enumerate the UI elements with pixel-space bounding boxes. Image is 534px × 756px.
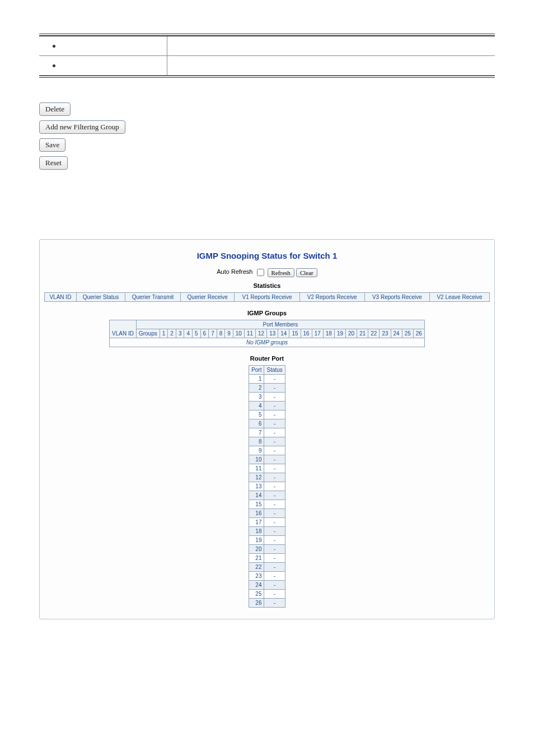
router-port-cell: 6 [249, 419, 264, 428]
port-col: 10 [233, 329, 244, 338]
table-row: 15- [249, 500, 285, 509]
router-port-table: Port Status 1-2-3-4-5-6-7-8-9-10-11-12-1… [249, 365, 285, 608]
auto-refresh-checkbox[interactable] [257, 269, 264, 276]
table-row: 3- [249, 393, 285, 402]
table-header-row: VLAN IDQuerier StatusQuerier TransmitQue… [45, 293, 490, 302]
router-port-cell: 24 [249, 581, 264, 590]
table-row: 26- [249, 599, 285, 608]
router-status-cell: - [264, 402, 285, 410]
panel-controls: Auto Refresh Refresh Clear [44, 267, 490, 278]
stats-col: V3 Reports Receive [364, 293, 429, 302]
igmp-groups-heading: IGMP Groups [44, 310, 490, 316]
router-status-cell: - [264, 581, 285, 590]
table-row [39, 56, 495, 76]
port-col: 25 [402, 329, 413, 338]
router-port-cell: 9 [249, 446, 264, 455]
vlan-id-header: VLAN ID [110, 320, 137, 338]
table-row: 23- [249, 572, 285, 581]
table-row: 1- [249, 375, 285, 384]
bullet-icon [53, 64, 55, 67]
port-col: 16 [301, 329, 312, 338]
ports-header-row: Groups1234567891011121314151617181920212… [110, 329, 425, 338]
table-row: 25- [249, 590, 285, 599]
delete-button[interactable]: Delete [39, 102, 71, 116]
router-status-cell: - [264, 572, 285, 581]
port-col: 22 [368, 329, 380, 338]
port-col: 17 [312, 329, 323, 338]
router-status-cell: - [264, 446, 285, 455]
save-button[interactable]: Save [39, 138, 65, 152]
router-port-cell: 10 [249, 455, 264, 464]
port-col: 21 [357, 329, 368, 338]
add-filtering-group-button[interactable]: Add new Filtering Group [39, 120, 125, 134]
clear-button[interactable]: Clear [296, 268, 317, 277]
stats-col: Querier Status [76, 293, 125, 302]
table-row: 13- [249, 482, 285, 491]
router-port-col: Port [249, 366, 264, 375]
router-status-cell: - [264, 563, 285, 572]
refresh-button[interactable]: Refresh [268, 268, 294, 277]
table-row: 18- [249, 527, 285, 536]
router-port-cell: 7 [249, 428, 264, 437]
router-status-cell: - [264, 509, 285, 518]
table-row: 21- [249, 554, 285, 563]
snooping-panel: IGMP Snooping Status for Switch 1 Auto R… [39, 239, 495, 619]
reset-button[interactable]: Reset [39, 156, 68, 170]
action-buttons: Delete Add new Filtering Group Save Rese… [39, 100, 495, 172]
router-port-cell: 5 [249, 410, 264, 419]
router-port-cell: 19 [249, 536, 264, 545]
port-col: 8 [217, 329, 225, 338]
router-status-cell: - [264, 375, 285, 384]
router-status-col: Status [264, 366, 285, 375]
table-row: 19- [249, 536, 285, 545]
table-row: 20- [249, 545, 285, 554]
router-port-cell: 1 [249, 375, 264, 384]
table-row: 14- [249, 491, 285, 500]
router-status-cell: - [264, 437, 285, 446]
port-col: 14 [278, 329, 289, 338]
panel-title: IGMP Snooping Status for Switch 1 [44, 251, 490, 260]
table-row: 5- [249, 410, 285, 419]
port-col: 13 [267, 329, 278, 338]
router-port-cell: 26 [249, 599, 264, 608]
router-port-cell: 13 [249, 482, 264, 491]
router-status-cell: - [264, 554, 285, 563]
router-status-cell: - [264, 455, 285, 464]
igmp-groups-table: VLAN ID Port Members Groups1234567891011… [109, 320, 425, 347]
statistics-table: VLAN IDQuerier StatusQuerier TransmitQue… [44, 292, 490, 302]
router-status-cell: - [264, 500, 285, 509]
router-status-cell: - [264, 419, 285, 428]
stats-col: Querier Receive [181, 293, 235, 302]
port-col: 7 [209, 329, 217, 338]
router-port-cell: 21 [249, 554, 264, 563]
port-col: 9 [225, 329, 233, 338]
router-port-cell: 8 [249, 437, 264, 446]
info-table-frame [39, 34, 495, 78]
router-status-cell: - [264, 482, 285, 491]
stats-col: V2 Leave Receive [429, 293, 489, 302]
groups-header: Groups [136, 329, 160, 338]
port-col: 1 [160, 329, 168, 338]
port-col: 18 [323, 329, 334, 338]
table-row: 17- [249, 518, 285, 527]
router-status-cell: - [264, 410, 285, 419]
port-col: 2 [168, 329, 176, 338]
bullet-icon [53, 45, 55, 48]
table-row: 10- [249, 455, 285, 464]
table-row: 7- [249, 428, 285, 437]
table-row [39, 36, 495, 56]
port-col: 15 [289, 329, 301, 338]
port-col: 23 [380, 329, 391, 338]
router-port-heading: Router Port [44, 355, 490, 362]
router-port-cell: 2 [249, 384, 264, 393]
table-row: 8- [249, 437, 285, 446]
router-port-cell: 14 [249, 491, 264, 500]
router-status-cell: - [264, 599, 285, 608]
port-col: 3 [176, 329, 184, 338]
stats-col: V1 Reports Receive [235, 293, 299, 302]
stats-col: VLAN ID [45, 293, 77, 302]
table-row: 9- [249, 446, 285, 455]
port-members-header: Port Members [136, 320, 424, 329]
table-row: 2- [249, 384, 285, 393]
router-port-cell: 15 [249, 500, 264, 509]
